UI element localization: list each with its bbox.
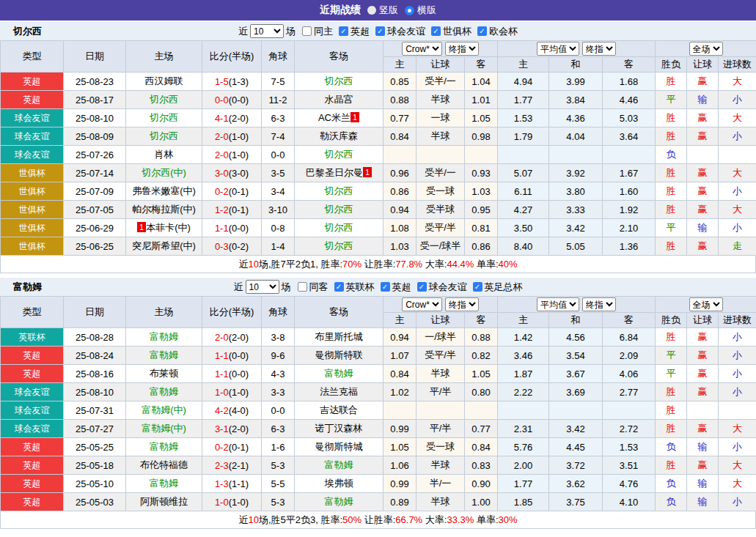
away-team-link[interactable]: AC米兰 — [318, 112, 351, 123]
match-count-select[interactable]: 10 — [246, 280, 279, 294]
layout-option-horizontal[interactable]: 横版 — [405, 4, 436, 17]
handicap-home-odds: 0.88 — [383, 91, 416, 109]
competition-checkbox[interactable] — [339, 26, 348, 36]
odds-source-header: Crow* 终指 — [383, 41, 498, 57]
avg-source-select[interactable]: 平均值 — [537, 42, 579, 56]
result-outcome: 平 — [656, 347, 687, 365]
home-team-link[interactable]: 切尔西(中) — [142, 167, 186, 178]
home-team-link[interactable]: 富勒姆 — [150, 386, 178, 397]
away-team-link[interactable]: 布里斯托城 — [315, 331, 363, 342]
subcol-handicap-line: 让球 — [416, 313, 465, 328]
radio-horizontal-icon[interactable] — [405, 6, 414, 15]
same-venue-checkbox[interactable] — [298, 282, 307, 292]
home-team: 布伦特福德 — [126, 456, 202, 475]
avg-draw-odds: 3.67 — [549, 365, 603, 383]
match-row: 英超25-05-25富勒姆0-2(0-1)1-6曼彻斯特城1.05受一球0.84… — [1, 438, 756, 456]
avg-home-odds: 1.77 — [498, 475, 549, 493]
competition-label: 球会友谊 — [387, 25, 425, 38]
home-team-link[interactable]: 富勒姆(中) — [142, 404, 186, 415]
score: 0-0(0-0) — [202, 91, 262, 109]
away-team-link[interactable]: 富勒姆 — [325, 496, 353, 507]
away-team-link[interactable]: 切尔西 — [325, 222, 353, 233]
away-team-link[interactable]: 曼彻斯特联 — [315, 349, 363, 360]
home-team-link[interactable]: 富勒姆 — [150, 478, 178, 489]
home-team-link[interactable]: 本菲卡(中) — [146, 222, 191, 233]
away-team-link[interactable]: 切尔西 — [325, 149, 353, 160]
home-team-link[interactable]: 富勒姆 — [150, 331, 178, 342]
away-team-link[interactable]: 巴黎圣日尔曼 — [306, 167, 363, 178]
odds-time-select[interactable]: 终指 — [445, 42, 479, 56]
subcol-handicap-away: 客 — [465, 57, 498, 73]
away-team-link[interactable]: 富勒姆 — [325, 368, 353, 379]
rank-badge: 1 — [363, 167, 372, 177]
home-team: 帕尔梅拉斯(中) — [126, 201, 202, 219]
competition-checkbox[interactable] — [473, 282, 482, 292]
home-team-link[interactable]: 富勒姆(中) — [142, 423, 186, 434]
home-team-link[interactable]: 切尔西 — [150, 94, 178, 105]
home-team-link[interactable]: 弗鲁米嫩塞(中) — [132, 185, 196, 196]
handicap-result: 赢 — [687, 347, 719, 365]
home-team-link[interactable]: 富勒姆 — [150, 349, 178, 360]
handicap-line: 受半/一 — [416, 164, 465, 182]
home-team-link[interactable]: 布伦特福德 — [140, 459, 188, 470]
home-team-link[interactable]: 西汉姆联 — [145, 75, 183, 86]
scope-select[interactable]: 全场 — [689, 297, 723, 311]
home-team-link[interactable]: 阿斯顿维拉 — [140, 496, 188, 507]
score: 1-2(0-1) — [202, 201, 262, 219]
home-team-link[interactable]: 富勒姆 — [150, 441, 178, 452]
home-team-link[interactable]: 布莱顿 — [150, 368, 178, 379]
home-team-link[interactable]: 切尔西 — [150, 112, 178, 123]
handicap-away-odds: 1.04 — [465, 73, 498, 91]
match-date: 25-08-17 — [64, 91, 126, 109]
scope-select[interactable]: 全场 — [689, 42, 723, 56]
competition-checkbox[interactable] — [334, 282, 344, 292]
away-team-link[interactable]: 诺丁汉森林 — [315, 423, 363, 434]
score: 3-1(2-0) — [202, 420, 262, 438]
score: 2-0(2-0) — [202, 328, 262, 347]
away-team-link[interactable]: 埃弗顿 — [325, 478, 353, 489]
competition-checkbox[interactable] — [431, 26, 441, 36]
away-team-link[interactable]: 切尔西 — [325, 75, 353, 86]
result-outcome: 胜 — [656, 201, 687, 219]
away-team-link[interactable]: 切尔西 — [325, 204, 353, 215]
avg-draw-odds: 3.62 — [549, 475, 603, 493]
avg-draw-odds: 3.42 — [549, 420, 603, 438]
avg-time-select[interactable]: 终指 — [582, 42, 616, 56]
home-team-link[interactable]: 突尼斯希望(中) — [132, 240, 196, 251]
competition-checkbox[interactable] — [477, 26, 487, 36]
avg-time-select[interactable]: 终指 — [582, 297, 616, 311]
competition-checkbox[interactable] — [417, 282, 427, 292]
handicap-home-odds: 1.05 — [383, 438, 416, 456]
away-team-link[interactable]: 水晶宫 — [325, 94, 353, 105]
avg-source-select[interactable]: 平均值 — [537, 297, 579, 311]
match-row: 英超25-08-24富勒姆1-1(0-0)9-6曼彻斯特联1.07受平/半0.8… — [1, 347, 756, 365]
home-team-link[interactable]: 帕尔梅拉斯(中) — [132, 204, 196, 215]
competition-checkbox[interactable] — [381, 282, 390, 292]
handicap-away-odds — [465, 146, 498, 164]
match-row: 世俱杯25-06-25突尼斯希望(中)0-3(0-2)1-4切尔西1.03受一/… — [1, 237, 756, 256]
layout-option-vertical[interactable]: 竖版 — [367, 4, 398, 17]
avg-draw-odds: 4.36 — [549, 109, 603, 127]
competition-badge: 世俱杯 — [1, 219, 64, 237]
away-team-link[interactable]: 切尔西 — [325, 240, 353, 251]
competition-checkbox[interactable] — [375, 26, 385, 36]
away-team-link[interactable]: 切尔西 — [325, 185, 353, 196]
away-team-link[interactable]: 勒沃库森 — [320, 130, 358, 141]
away-team-link[interactable]: 法兰克福 — [320, 386, 358, 397]
summary-text: 近 — [238, 514, 248, 525]
competition-badge: 球会友谊 — [1, 401, 64, 420]
odds-time-select[interactable]: 终指 — [445, 297, 479, 311]
away-team-link[interactable]: 富勒姆 — [325, 459, 353, 470]
match-count-select[interactable]: 10 — [250, 24, 284, 38]
avg-draw-odds: 3.33 — [549, 201, 603, 219]
away-team-link[interactable]: 吉达联合 — [320, 404, 358, 415]
odds-company-select[interactable]: Crow* — [402, 42, 442, 56]
summary-text: 场,胜5平2负3, 胜率: — [259, 514, 342, 525]
home-team-link[interactable]: 切尔西 — [150, 130, 178, 141]
same-venue-checkbox[interactable] — [302, 26, 312, 36]
radio-vertical-icon[interactable] — [367, 6, 376, 15]
away-team-link[interactable]: 曼彻斯特城 — [315, 441, 363, 452]
home-team-link[interactable]: 肖林 — [155, 149, 174, 160]
handicap-home-odds: 0.86 — [383, 182, 416, 201]
odds-company-select[interactable]: Crow* — [402, 297, 442, 311]
